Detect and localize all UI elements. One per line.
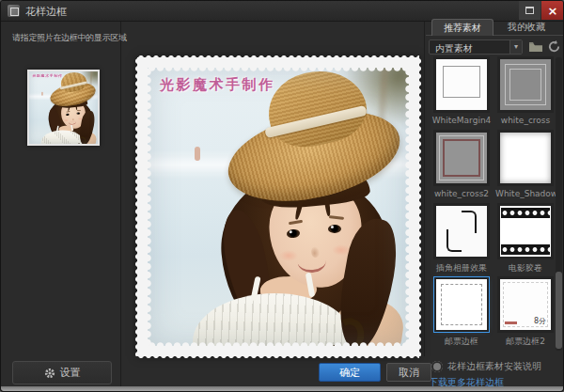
install-help-row[interactable]: 花样边框素材安装说明: [431, 360, 541, 373]
maximize-icon: [525, 7, 534, 14]
settings-label: 设置: [60, 366, 81, 380]
thumb-corner-album: [436, 206, 487, 257]
sidebar-divider: [424, 22, 425, 356]
mini-photo: 光影魔术手制作: [29, 71, 98, 144]
ok-button[interactable]: 确定: [319, 363, 381, 382]
settings-button[interactable]: 设置: [12, 361, 112, 384]
fancy-border-window: 花样边框 × 请指定照片在边框中的显示区域: [0, 0, 564, 392]
watermark-text: 光影魔术手制作: [32, 73, 62, 78]
stamp-teeth-top: [137, 54, 419, 58]
material-tabbar: 推荐素材 我的收藏: [426, 19, 563, 36]
material-item[interactable]: white_cross: [495, 59, 556, 110]
stamp-teeth-left: [133, 57, 138, 356]
stamp-denomination: 8分: [534, 316, 546, 326]
stamp-scallop-bottom: [148, 340, 409, 346]
scrollbar-thumb[interactable]: [556, 272, 562, 349]
open-folder-button[interactable]: [528, 39, 543, 55]
install-help-text: 花样边框素材安装说明: [447, 360, 541, 373]
gear-icon: [44, 368, 55, 379]
stamp-scallop-top: [148, 68, 409, 73]
stamp-scallop-right: [403, 68, 409, 346]
cancel-button[interactable]: 取消: [386, 363, 431, 382]
stamp-teeth-right: [418, 57, 423, 356]
material-item-selected[interactable]: 邮票边框: [431, 279, 492, 330]
tab-recommended-materials[interactable]: 推荐素材: [431, 19, 494, 36]
material-item[interactable]: 插角相册效果: [431, 206, 492, 257]
material-item[interactable]: 电影胶卷: [495, 206, 556, 257]
source-photo-thumbnail[interactable]: 光影魔术手制作: [27, 70, 100, 146]
stamp-scallop-left: [148, 68, 153, 346]
thumb-white-margin4: [436, 59, 487, 110]
stamp-red-inscription: [505, 321, 517, 324]
refresh-button[interactable]: [547, 39, 562, 55]
select-value: 内置素材: [435, 42, 473, 55]
border-preview-stamp[interactable]: 光影魔术手制作: [137, 57, 419, 356]
maximize-button[interactable]: [519, 1, 540, 20]
folder-icon: [528, 39, 543, 55]
app-icon: [8, 5, 20, 17]
material-item[interactable]: 8分 邮票边框2: [495, 279, 556, 330]
close-button[interactable]: ×: [541, 1, 564, 20]
thumb-white-shadow: [500, 133, 551, 183]
left-panel-divider: [120, 22, 121, 387]
crop-instruction-text: 请指定照片在边框中的显示区域: [12, 32, 127, 44]
info-circle-icon: [431, 361, 443, 372]
chevron-down-icon[interactable]: ▾: [509, 40, 522, 54]
close-icon: ×: [548, 4, 558, 18]
tab-my-favorites[interactable]: 我的收藏: [495, 19, 557, 36]
thumb-white-cross: [500, 59, 551, 110]
watermark-text: 光影魔术手制作: [160, 76, 275, 94]
window-bottom-edge: [1, 386, 563, 391]
photo-vignette: [148, 68, 409, 346]
thumb-film-roll: [500, 206, 551, 257]
window-title: 花样边框: [25, 5, 67, 19]
photo-vignette: [29, 71, 98, 144]
stamp-teeth-bottom: [137, 355, 419, 360]
refresh-icon: [547, 39, 561, 54]
preview-photo[interactable]: 光影魔术手制作: [148, 68, 409, 346]
material-item[interactable]: White_Shadow: [495, 133, 556, 183]
material-item[interactable]: white_cross2: [431, 133, 492, 183]
thumb-white-cross2: [436, 133, 487, 183]
thumb-stamp-border2: 8分: [500, 279, 551, 330]
material-item[interactable]: WhiteMargin4: [431, 59, 492, 110]
material-source-select[interactable]: 内置素材 ▾: [429, 39, 523, 55]
thumb-stamp-border: [436, 279, 487, 330]
